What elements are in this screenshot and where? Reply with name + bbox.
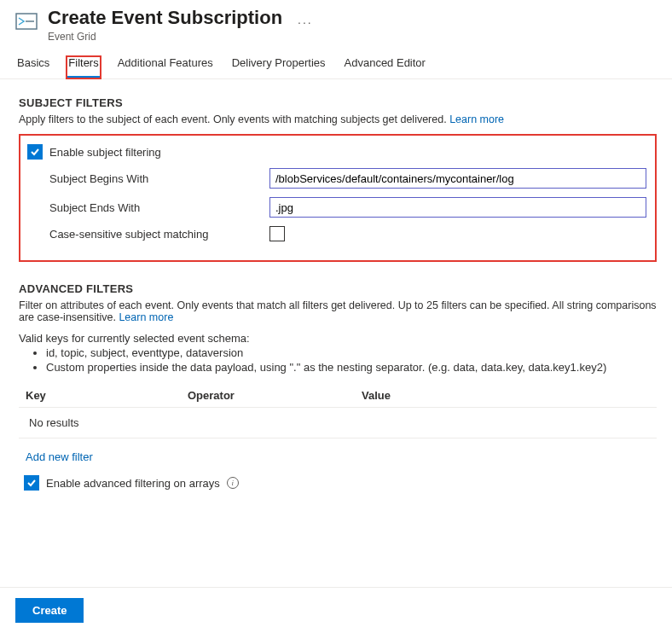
tab-bar: Basics Filters Additional Features Deliv… — [0, 44, 672, 79]
subject-filters-desc-text: Apply filters to the subject of each eve… — [19, 113, 449, 125]
enable-subject-filtering-row: Enable subject filtering — [27, 144, 646, 160]
page-header: Create Event Subscription Event Grid ··· — [0, 0, 672, 44]
subject-begins-with-input[interactable] — [269, 168, 646, 189]
subject-ends-with-label: Subject Ends With — [49, 201, 269, 214]
subject-begins-with-label: Subject Begins With — [49, 172, 269, 185]
subject-filters-heading: SUBJECT FILTERS — [19, 96, 657, 109]
subject-ends-with-input[interactable] — [269, 197, 646, 218]
filter-col-value: Value — [362, 389, 391, 402]
footer: Create — [0, 587, 672, 633]
filter-table-header: Key Operator Value — [19, 379, 657, 408]
enable-advanced-arrays-row: Enable advanced filtering on arrays i — [19, 475, 657, 491]
valid-keys-item-2: Custom properties inside the data payloa… — [46, 361, 657, 374]
advanced-filters-description: Filter on attributes of each event. Only… — [19, 299, 657, 323]
tab-basics[interactable]: Basics — [15, 56, 51, 78]
tab-filters[interactable]: Filters — [67, 56, 100, 78]
enable-advanced-arrays-checkbox[interactable] — [24, 475, 39, 491]
info-icon[interactable]: i — [227, 477, 239, 489]
page-title: Create Event Subscription — [48, 7, 282, 29]
case-sensitive-row: Case-sensitive subject matching — [27, 226, 646, 241]
case-sensitive-label: Case-sensitive subject matching — [49, 228, 269, 241]
subject-begins-with-row: Subject Begins With — [27, 168, 646, 189]
tab-additional-features[interactable]: Additional Features — [116, 56, 215, 78]
valid-keys-section: Valid keys for currently selected event … — [19, 332, 657, 374]
event-grid-icon — [15, 10, 38, 32]
subject-filters-panel: Enable subject filtering Subject Begins … — [19, 134, 657, 262]
tab-delivery-properties[interactable]: Delivery Properties — [230, 56, 327, 78]
page-subtitle: Event Grid — [48, 31, 282, 43]
create-button[interactable]: Create — [15, 598, 84, 623]
filter-no-results: No results — [19, 408, 657, 438]
advanced-filters-heading: ADVANCED FILTERS — [19, 282, 657, 295]
advanced-filters-desc-text: Filter on attributes of each event. Only… — [19, 299, 657, 323]
enable-subject-filtering-label: Enable subject filtering — [49, 146, 161, 159]
filter-col-key: Key — [26, 389, 188, 402]
subject-filters-learn-more-link[interactable]: Learn more — [449, 113, 504, 125]
advanced-filters-learn-more-link[interactable]: Learn more — [119, 311, 173, 323]
content-area: SUBJECT FILTERS Apply filters to the sub… — [0, 79, 672, 491]
more-menu-button[interactable]: ··· — [298, 15, 313, 29]
subject-ends-with-row: Subject Ends With — [27, 197, 646, 218]
filter-col-operator: Operator — [188, 389, 362, 402]
valid-keys-item-1: id, topic, subject, eventtype, dataversi… — [46, 346, 657, 359]
valid-keys-intro: Valid keys for currently selected event … — [19, 332, 657, 345]
tab-advanced-editor[interactable]: Advanced Editor — [343, 56, 427, 78]
enable-advanced-arrays-label: Enable advanced filtering on arrays — [46, 477, 220, 490]
add-new-filter-link[interactable]: Add new filter — [19, 438, 657, 475]
enable-subject-filtering-checkbox[interactable] — [27, 144, 43, 160]
case-sensitive-checkbox[interactable] — [269, 226, 285, 241]
subject-filters-description: Apply filters to the subject of each eve… — [19, 113, 657, 125]
